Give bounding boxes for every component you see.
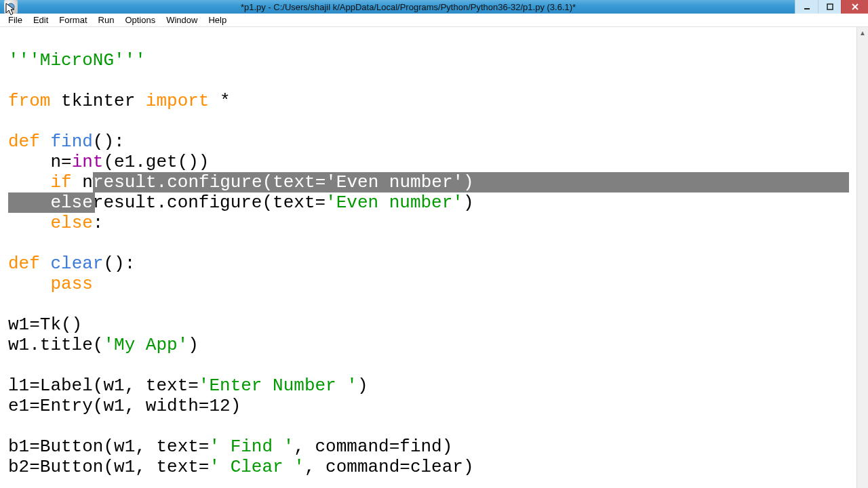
code-text: n= (8, 152, 72, 172)
code-text (8, 172, 50, 192)
code-text: (): (93, 131, 125, 152)
code-text: : (93, 213, 104, 233)
code-text: , command=find) (294, 436, 452, 457)
menu-help[interactable]: Help (203, 14, 232, 26)
minimize-button[interactable] (795, 0, 818, 14)
window-title: *p1.py - C:/Users/shajil k/AppData/Local… (22, 2, 795, 12)
code-text: b1=Button(w1, text= (8, 436, 209, 457)
code-text: , command=clear) (304, 457, 474, 477)
code-str: ' Clear ' (209, 457, 304, 477)
code-kw: else (50, 213, 92, 233)
code-text: tkinter (50, 91, 145, 111)
close-button[interactable] (841, 0, 868, 14)
code-text: ) (188, 335, 199, 355)
code-text (40, 253, 51, 274)
code-text (8, 213, 50, 233)
code-text: ) (463, 192, 474, 213)
code-str: 'Enter Number ' (199, 375, 357, 396)
code-text: w1=Tk() (8, 314, 82, 335)
code-text: w1.title( (8, 335, 103, 355)
code-builtin: int (72, 152, 104, 172)
menu-run[interactable]: Run (93, 14, 120, 26)
code-text (40, 131, 51, 152)
code-text: b2=Button(w1, text= (8, 457, 209, 477)
code-text: n%2==0: (72, 172, 157, 192)
code-kw: import (146, 91, 210, 111)
code-docstring: '''MicroNG''' (8, 50, 146, 70)
code-kw: def (8, 131, 40, 152)
code-defname: find (50, 131, 92, 152)
code-text: (): (103, 253, 135, 274)
menu-file[interactable]: File (3, 14, 28, 26)
code-text (8, 192, 93, 213)
title-bar: *p1.py - C:/Users/shajil k/AppData/Local… (0, 0, 868, 14)
code-kw: from (8, 91, 50, 111)
code-str: 'My App' (103, 335, 188, 355)
code-defname: clear (50, 253, 103, 274)
code-kw: if (50, 172, 71, 192)
code-kw: def (8, 253, 40, 274)
app-icon (4, 0, 18, 14)
code-kw: pass (50, 274, 92, 294)
code-text: ) (357, 375, 368, 396)
code-text: (e1.get()) (103, 152, 209, 172)
window-controls (795, 0, 868, 14)
code-text (8, 274, 50, 294)
scroll-up-icon[interactable]: ▲ (857, 27, 868, 39)
code-text: l1=Label(w1, text= (8, 375, 199, 396)
maximize-button[interactable] (818, 0, 841, 14)
code-text: e1=Entry(w1, width=12) (8, 396, 241, 416)
menu-format[interactable]: Format (54, 14, 92, 26)
code-str: ' Find ' (209, 436, 294, 457)
menu-edit[interactable]: Edit (28, 14, 54, 26)
code-str: 'Even number' (326, 192, 463, 213)
vertical-scrollbar[interactable]: ▲ (856, 27, 868, 488)
menu-window[interactable]: Window (161, 14, 203, 26)
menu-bar: File Edit Format Run Options Window Help (0, 14, 868, 27)
menu-options[interactable]: Options (119, 14, 161, 26)
code-editor[interactable]: '''MicroNG''' from tkinter import * def … (0, 27, 856, 488)
svg-rect-2 (827, 4, 833, 9)
code-text: result.configure(text= (93, 192, 326, 213)
svg-point-0 (7, 3, 14, 10)
editor-area: '''MicroNG''' from tkinter import * def … (0, 27, 868, 488)
code-text: * (209, 91, 230, 111)
